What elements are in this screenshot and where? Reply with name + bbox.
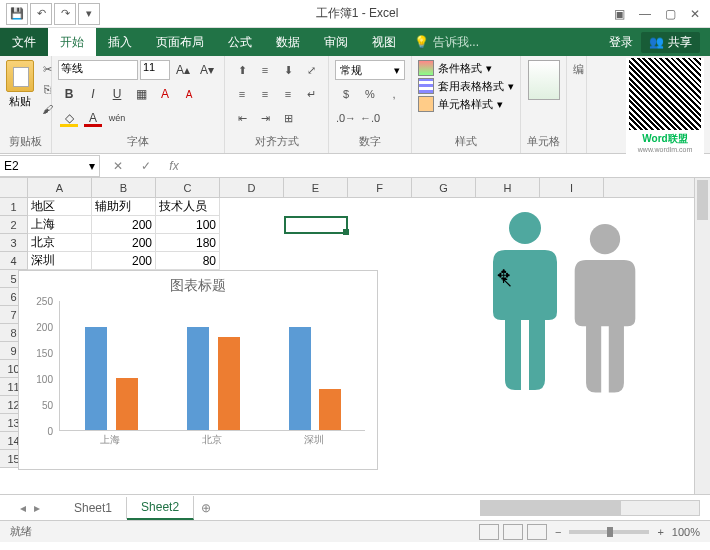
chart-bar[interactable]	[218, 337, 240, 430]
share-button[interactable]: 👥共享	[641, 32, 700, 53]
chart-bar[interactable]	[289, 327, 311, 430]
format-as-table-button[interactable]: 套用表格格式▾	[418, 78, 514, 94]
select-all-corner[interactable]	[0, 178, 28, 197]
currency-icon[interactable]: $	[335, 84, 357, 104]
cell[interactable]: 上海	[28, 216, 92, 234]
zoom-slider[interactable]	[569, 530, 649, 534]
chart-title[interactable]: 图表标题	[19, 271, 377, 301]
column-header[interactable]: E	[284, 178, 348, 197]
column-header[interactable]: A	[28, 178, 92, 197]
sheet-nav[interactable]: ◂▸	[0, 501, 60, 515]
tab-home[interactable]: 开始	[48, 28, 96, 56]
cell[interactable]: 200	[92, 234, 156, 252]
column-header[interactable]: B	[92, 178, 156, 197]
horizontal-scrollbar[interactable]	[480, 500, 700, 516]
tab-file[interactable]: 文件	[0, 28, 48, 56]
add-sheet-button[interactable]: ⊕	[194, 501, 218, 515]
column-header[interactable]: H	[476, 178, 540, 197]
conditional-formatting-button[interactable]: 条件格式▾	[418, 60, 492, 76]
chart-bar[interactable]	[187, 327, 209, 430]
sheet-tab-1[interactable]: Sheet1	[60, 497, 127, 519]
normal-view-icon[interactable]	[479, 524, 499, 540]
cell[interactable]: 200	[92, 216, 156, 234]
person-shape-teal[interactable]	[480, 210, 570, 400]
close-icon[interactable]: ✕	[690, 7, 700, 21]
row-header[interactable]: 4	[0, 252, 28, 270]
cell[interactable]: 200	[92, 252, 156, 270]
scrollbar-thumb[interactable]	[481, 501, 621, 515]
login-link[interactable]: 登录	[609, 34, 633, 51]
align-center-icon[interactable]: ≡	[254, 84, 276, 104]
redo-icon[interactable]: ↷	[54, 3, 76, 25]
cell[interactable]: 辅助列	[92, 198, 156, 216]
align-right-icon[interactable]: ≡	[277, 84, 299, 104]
tab-insert[interactable]: 插入	[96, 28, 144, 56]
cell[interactable]: 180	[156, 234, 220, 252]
tell-me[interactable]: 💡告诉我...	[408, 28, 609, 56]
paste-button[interactable]: 粘贴	[6, 60, 34, 109]
fx-icon[interactable]: fx	[164, 159, 184, 173]
scrollbar-thumb[interactable]	[697, 180, 708, 220]
row-header[interactable]: 1	[0, 198, 28, 216]
wrap-text-icon[interactable]: ↵	[300, 84, 322, 104]
font-name-select[interactable]: 等线	[58, 60, 138, 80]
column-header[interactable]: I	[540, 178, 604, 197]
chart-bar[interactable]	[85, 327, 107, 430]
cell[interactable]: 80	[156, 252, 220, 270]
cell-styles-button[interactable]: 单元格样式▾	[418, 96, 503, 112]
align-left-icon[interactable]: ≡	[231, 84, 253, 104]
phonetic-icon[interactable]: wén	[106, 108, 128, 128]
increase-font-icon[interactable]: A▴	[172, 60, 194, 80]
cell[interactable]: 北京	[28, 234, 92, 252]
page-layout-view-icon[interactable]	[503, 524, 523, 540]
decrease-font-icon[interactable]: A▾	[196, 60, 218, 80]
ribbon-display-icon[interactable]: ▣	[614, 7, 625, 21]
align-bottom-icon[interactable]: ⬇	[277, 60, 299, 80]
border-icon[interactable]: ▦	[130, 84, 152, 104]
vertical-scrollbar[interactable]	[694, 178, 710, 494]
save-icon[interactable]: 💾	[6, 3, 28, 25]
name-box[interactable]: E2▾	[0, 155, 100, 177]
tab-data[interactable]: 数据	[264, 28, 312, 56]
font-size-select[interactable]: 11	[140, 60, 170, 80]
comma-icon[interactable]: ,	[383, 84, 405, 104]
qat-more-icon[interactable]: ▾	[78, 3, 100, 25]
fill-color-icon[interactable]: ◇	[58, 108, 80, 128]
row-header[interactable]: 2	[0, 216, 28, 234]
align-middle-icon[interactable]: ≡	[254, 60, 276, 80]
merge-icon[interactable]: ⊞	[277, 108, 299, 128]
page-break-view-icon[interactable]	[527, 524, 547, 540]
tab-view[interactable]: 视图	[360, 28, 408, 56]
column-header[interactable]: G	[412, 178, 476, 197]
cells-icon[interactable]	[528, 60, 560, 100]
tab-pagelayout[interactable]: 页面布局	[144, 28, 216, 56]
increase-decimal-icon[interactable]: .0→	[335, 108, 357, 128]
chart-bar[interactable]	[319, 389, 341, 430]
underline-button[interactable]: U	[106, 84, 128, 104]
tab-review[interactable]: 审阅	[312, 28, 360, 56]
font-large-icon[interactable]: A	[154, 84, 176, 104]
zoom-in-icon[interactable]: +	[657, 526, 663, 538]
column-header[interactable]: F	[348, 178, 412, 197]
percent-icon[interactable]: %	[359, 84, 381, 104]
sheet-tab-2[interactable]: Sheet2	[127, 496, 194, 520]
font-color-icon[interactable]: A	[82, 108, 104, 128]
cell[interactable]: 100	[156, 216, 220, 234]
selected-cell[interactable]	[284, 216, 348, 234]
italic-button[interactable]: I	[82, 84, 104, 104]
tab-formulas[interactable]: 公式	[216, 28, 264, 56]
maximize-icon[interactable]: ▢	[665, 7, 676, 21]
enter-formula-icon[interactable]: ✓	[136, 159, 156, 173]
embedded-chart[interactable]: 图表标题 050100150200250 上海北京深圳	[18, 270, 378, 470]
cancel-formula-icon[interactable]: ✕	[108, 159, 128, 173]
undo-icon[interactable]: ↶	[30, 3, 52, 25]
column-header[interactable]: C	[156, 178, 220, 197]
spreadsheet-grid[interactable]: ABCDEFGHI 123456789101112131415 地区辅助列技术人…	[0, 178, 710, 494]
bold-button[interactable]: B	[58, 84, 80, 104]
next-sheet-icon[interactable]: ▸	[34, 501, 40, 515]
prev-sheet-icon[interactable]: ◂	[20, 501, 26, 515]
align-top-icon[interactable]: ⬆	[231, 60, 253, 80]
orientation-icon[interactable]: ⤢	[300, 60, 322, 80]
person-shape-gray[interactable]	[560, 222, 650, 402]
minimize-icon[interactable]: —	[639, 7, 651, 21]
